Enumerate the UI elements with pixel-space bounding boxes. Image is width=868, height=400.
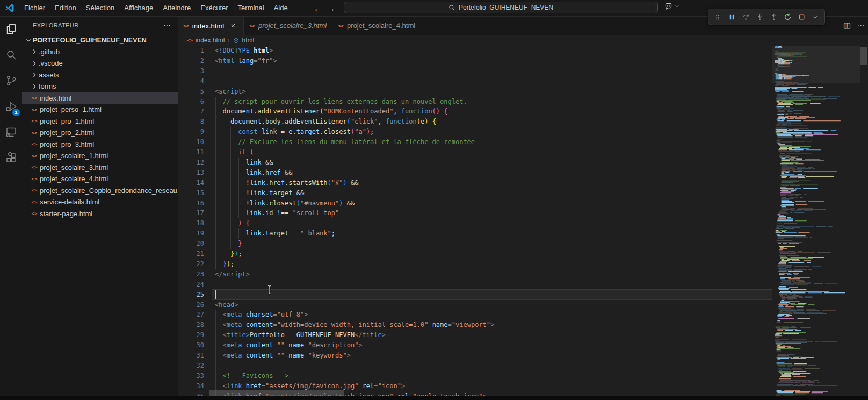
line-number[interactable]: 30: [178, 340, 204, 351]
sidebar-root-folder[interactable]: PORTEFOLIO_GUIHENEUF_NEVEN: [22, 34, 178, 46]
line-number[interactable]: 25: [178, 290, 204, 300]
sidebar-file-projetscolaire3html[interactable]: <>projet_scolaire_3.html: [22, 162, 178, 174]
activity-search-button[interactable]: [0, 42, 22, 68]
line-number[interactable]: 9: [178, 127, 204, 137]
code-line-1[interactable]: <!DOCTYPE html>: [215, 46, 273, 56]
line-number[interactable]: 31: [178, 351, 204, 361]
sidebar-file-projetpro3html[interactable]: <>projet_pro_3.html: [22, 139, 178, 151]
sidebar-file-projetperso1html[interactable]: <>projet_perso_1.html: [22, 104, 178, 116]
line-number[interactable]: 21: [178, 249, 204, 259]
pause-button[interactable]: [726, 11, 737, 23]
code-line-18[interactable]: ) {: [215, 218, 250, 228]
code-line-11[interactable]: if (: [215, 147, 254, 158]
vertical-scrollbar-thumb[interactable]: [860, 47, 867, 65]
line-number[interactable]: 1: [178, 46, 204, 56]
code-line-30[interactable]: <meta content="" name="description">: [215, 340, 363, 351]
code-line-8[interactable]: document.body.addEventListener("click", …: [215, 117, 436, 127]
stop-button[interactable]: [795, 11, 807, 23]
activity-remote-explorer-button[interactable]: [0, 119, 22, 145]
menu-executer[interactable]: Exécuter: [196, 0, 233, 16]
more-actions-button[interactable]: ⋯: [857, 21, 865, 31]
step-out-button[interactable]: [768, 11, 779, 23]
code-line-22[interactable]: });: [215, 259, 234, 269]
code-line-26[interactable]: <head>: [215, 300, 238, 310]
sidebar-file-projetscolaireCopbioredondancereseauh[interactable]: <>projet_scolaire_Copbio_redondance_rese…: [22, 185, 178, 197]
code-line-16[interactable]: !link.closest("#navmenu") &&: [215, 198, 355, 209]
line-number[interactable]: 2: [178, 56, 204, 66]
step-into-button[interactable]: [754, 11, 765, 23]
line-number[interactable]: 19: [178, 228, 204, 239]
line-number[interactable]: 11: [178, 147, 204, 158]
debug-drag-handle[interactable]: [712, 11, 724, 23]
line-number[interactable]: 6: [178, 97, 204, 107]
line-number[interactable]: 3: [178, 66, 204, 76]
line-number[interactable]: 13: [178, 168, 204, 178]
line-number[interactable]: 33: [178, 371, 204, 381]
explorer-more-actions-button[interactable]: ⋯: [163, 21, 171, 30]
sidebar-folder-github[interactable]: .github: [22, 46, 178, 58]
sidebar-folder-assets[interactable]: assets: [22, 69, 178, 81]
minimap[interactable]: [772, 46, 861, 400]
menu-selection[interactable]: Sélection: [81, 0, 119, 16]
activity-explorer-button[interactable]: [0, 16, 22, 42]
line-number[interactable]: 23: [178, 269, 204, 280]
code-line-5[interactable]: <script>: [215, 87, 246, 97]
line-number[interactable]: 14: [178, 178, 204, 188]
code-line-15[interactable]: !link.target &&: [215, 188, 304, 198]
restart-button[interactable]: [782, 11, 793, 23]
line-number[interactable]: 32: [178, 361, 204, 371]
code-line-21[interactable]: });: [215, 249, 242, 259]
line-number[interactable]: 15: [178, 188, 204, 198]
line-number[interactable]: 17: [178, 208, 204, 218]
code-line-7[interactable]: document.addEventListener("DOMContentLoa…: [215, 106, 448, 117]
line-number[interactable]: 16: [178, 198, 204, 209]
menu-fichier[interactable]: Fichier: [19, 0, 50, 16]
activity-source-control-button[interactable]: [0, 68, 22, 94]
sidebar-folder-vscode[interactable]: .vscode: [22, 58, 178, 69]
menu-affichage[interactable]: Affichage: [119, 0, 158, 16]
sidebar-folder-forms[interactable]: forms: [22, 81, 178, 92]
line-number[interactable]: 28: [178, 320, 204, 330]
horizontal-scrollbar-thumb[interactable]: [209, 390, 344, 396]
sidebar-file-projetpro1html[interactable]: <>projet_pro_1.html: [22, 116, 178, 127]
code-line-9[interactable]: const link = e.target.closest("a");: [215, 127, 374, 137]
code-editor[interactable]: 1234567891011121314151617181920212223242…: [178, 46, 868, 400]
code-line-2[interactable]: <html lang="fr">: [215, 56, 277, 66]
line-number[interactable]: 10: [178, 137, 204, 147]
code-line-31[interactable]: <meta content="" name="keywords">: [215, 351, 351, 361]
line-number[interactable]: 18: [178, 218, 204, 228]
code-line-13[interactable]: link.href &&: [215, 168, 293, 178]
line-number[interactable]: 27: [178, 310, 204, 320]
menu-atteindre[interactable]: Atteindre: [158, 0, 196, 16]
line-number[interactable]: 7: [178, 106, 204, 117]
code-line-17[interactable]: link.id !== "scroll-top": [215, 208, 339, 218]
line-number[interactable]: 26: [178, 300, 204, 310]
tab-projetscolaire4html[interactable]: <>projet_scolaire_4.html: [332, 16, 421, 34]
copilot-button[interactable]: [664, 2, 680, 10]
breadcrumb-symbol[interactable]: html: [242, 37, 255, 44]
line-number[interactable]: 20: [178, 239, 204, 249]
line-number[interactable]: 22: [178, 259, 204, 269]
sidebar-file-projetpro2html[interactable]: <>projet_pro_2.html: [22, 127, 178, 139]
code-line-29[interactable]: <title>Portfolio - GUIHENEUF NEVEN</titl…: [215, 330, 386, 340]
line-number[interactable]: 29: [178, 330, 204, 340]
step-over-button[interactable]: [740, 11, 751, 23]
code-line-10[interactable]: // Exclure les liens du menu latéral et …: [215, 137, 475, 147]
code-line-20[interactable]: }: [215, 239, 242, 249]
code-line-28[interactable]: <meta content="width=device-width, initi…: [215, 320, 494, 330]
activity-extensions-button[interactable]: [0, 145, 22, 171]
activity-run-debug-button[interactable]: 1: [0, 94, 22, 119]
stop-dropdown-button[interactable]: [809, 11, 821, 23]
breadcrumb-file[interactable]: index.html: [196, 37, 225, 44]
line-number[interactable]: 24: [178, 280, 204, 290]
go-back-button[interactable]: ←: [314, 4, 322, 13]
tab-close-button[interactable]: [228, 21, 238, 31]
sidebar-file-projetscolaire1html[interactable]: <>projet_scolaire_1.html: [22, 150, 178, 162]
sidebar-file-starterpagehtml[interactable]: <>starter-page.html: [22, 208, 178, 220]
sidebar-file-servicedetailshtml[interactable]: <>service-details.html: [22, 196, 178, 208]
menu-aide[interactable]: Aide: [269, 0, 293, 16]
command-center-search[interactable]: Portefolio_GUIHENEUF_NEVEN: [344, 2, 658, 13]
line-number[interactable]: 5: [178, 87, 204, 97]
line-number[interactable]: 4: [178, 76, 204, 87]
sidebar-file-indexhtml[interactable]: <>index.html: [22, 92, 178, 104]
